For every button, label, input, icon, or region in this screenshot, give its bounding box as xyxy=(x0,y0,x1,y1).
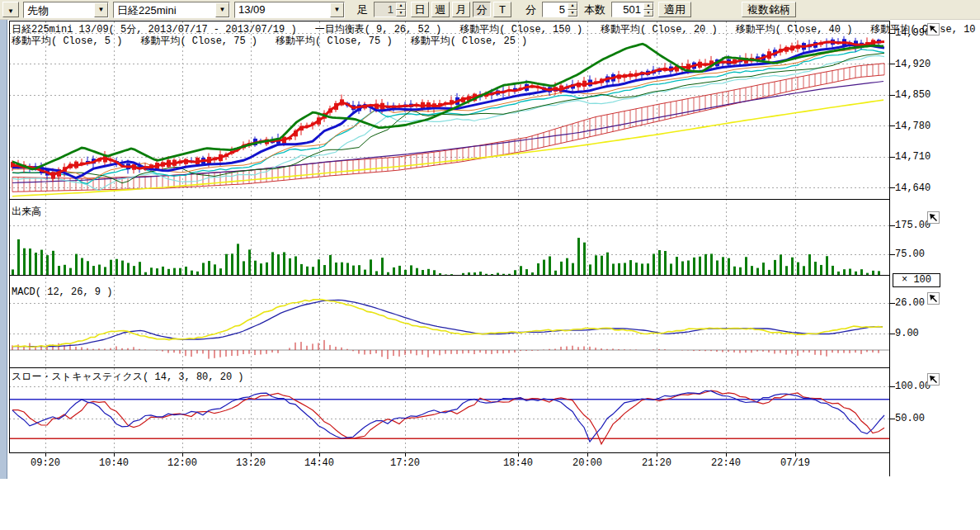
macd-pane-tool-button[interactable] xyxy=(927,292,940,305)
price-axis-label: 14,920 xyxy=(895,59,931,70)
stoch-pane-label: スロー・ストキャスティクス( 14, 3, 80, 20 ) xyxy=(12,370,244,384)
time-axis-label: 18:40 xyxy=(503,457,533,469)
price-axis-label: 14,990 xyxy=(895,27,931,39)
nw-arrow-icon xyxy=(928,374,939,385)
stoch-axis-label: 50.00 xyxy=(895,413,925,424)
macd-pane-label: MACD( 12, 26, 9 ) xyxy=(12,286,112,298)
time-axis-label: 13:20 xyxy=(236,457,266,469)
time-axis-label: 20:00 xyxy=(572,457,602,469)
time-axis-label: 12:00 xyxy=(167,457,197,469)
volume-pane-tool-button[interactable] xyxy=(927,211,940,224)
time-axis-label: 22:40 xyxy=(711,457,741,469)
time-axis-label: 09:20 xyxy=(31,457,60,469)
volume-axis-label: 175.00 xyxy=(895,220,931,231)
macd-axis-label: 9.00 xyxy=(895,328,919,339)
volume-multiplier-badge: × 100 xyxy=(893,273,940,287)
price-axis-label: 14,780 xyxy=(895,121,931,132)
volume-pane-label: 出来高 xyxy=(12,205,41,219)
price-pane[interactable] xyxy=(11,36,884,196)
indicator-label: 移動平均( Close, 75 ) xyxy=(276,34,393,48)
volume-axis-label: 75.00 xyxy=(895,248,925,260)
indicator-label: 移動平均( Close, 40 ) xyxy=(736,22,853,36)
price-axis-label: 14,850 xyxy=(895,89,931,101)
nw-arrow-icon xyxy=(928,24,939,35)
time-axis-label: 07/19 xyxy=(780,457,810,469)
time-axis-label: 14:40 xyxy=(304,457,334,469)
macd-axis-label: 26.00 xyxy=(895,297,925,309)
indicator-label: 移動平均( Close, 25 ) xyxy=(411,34,528,48)
price-axis-label: 14,640 xyxy=(895,182,931,194)
time-axis-label: 17:20 xyxy=(390,457,420,469)
time-axis-label: 21:20 xyxy=(642,457,671,469)
time-axis-label: 10:40 xyxy=(99,457,129,469)
macd-pane[interactable] xyxy=(9,300,889,359)
chart-application-window: ▼ 先物 ▼ 日経225mini ▼ 13/09 ▼ 足 1 ▲▼ 日週月分T … xyxy=(0,0,980,530)
stoch-pane-tool-button[interactable] xyxy=(927,373,940,386)
indicator-label: 移動平均( Close, 20 ) xyxy=(601,22,718,36)
price-axis-label: 14,710 xyxy=(895,151,931,163)
nw-arrow-icon xyxy=(928,293,939,304)
stoch-axis-label: 100.00 xyxy=(895,381,931,392)
pane-frame xyxy=(9,21,895,476)
price-pane-tool-button[interactable] xyxy=(927,23,940,35)
indicator-header-line2: 移動平均( Close, 5 )移動平均( Close, 75 )移動平均( C… xyxy=(12,34,527,48)
volume-pane[interactable] xyxy=(12,238,880,276)
chart-canvas[interactable] xyxy=(0,0,980,530)
indicator-label: 移動平均( Close, 5 ) xyxy=(12,34,122,48)
indicator-label: 移動平均( Close, 75 ) xyxy=(140,34,257,48)
stochastics-pane[interactable] xyxy=(9,390,889,444)
nw-arrow-icon xyxy=(928,212,939,223)
